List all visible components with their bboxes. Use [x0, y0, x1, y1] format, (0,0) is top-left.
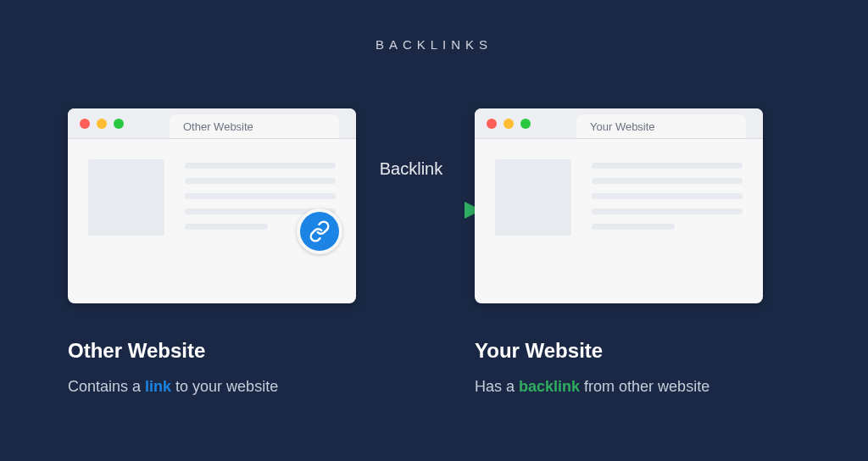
placeholder-line	[185, 163, 336, 169]
caption-pre: Contains a	[68, 378, 145, 395]
placeholder-line	[592, 208, 743, 214]
close-dot-icon	[80, 119, 90, 129]
window-chrome: Other Website	[68, 108, 356, 139]
caption-post: to your website	[171, 378, 278, 395]
maximize-dot-icon	[520, 119, 531, 129]
traffic-lights	[487, 119, 531, 129]
placeholder-line	[185, 224, 268, 230]
placeholder-line	[592, 178, 743, 184]
minimize-dot-icon	[97, 119, 107, 129]
caption-highlight: backlink	[519, 378, 580, 395]
placeholder-image	[88, 159, 164, 236]
page-body	[68, 139, 356, 256]
your-website-caption: Your Website Has a backlink from other w…	[475, 339, 814, 396]
placeholder-text-lines	[185, 159, 336, 230]
caption-pre: Has a	[475, 378, 519, 395]
caption-heading: Other Website	[68, 339, 407, 363]
placeholder-line	[592, 224, 675, 230]
link-icon	[297, 208, 342, 254]
your-website-browser-mock: Your Website	[475, 108, 763, 303]
traffic-lights	[80, 119, 124, 129]
other-website-caption: Other Website Contains a link to your we…	[68, 339, 407, 396]
placeholder-line	[592, 193, 743, 199]
browser-tab: Your Website	[576, 114, 746, 138]
placeholder-line	[592, 163, 743, 169]
diagram-title: BACKLINKS	[0, 37, 868, 52]
other-website-browser-mock: Other Website	[68, 108, 356, 303]
page-body	[475, 139, 763, 256]
browser-tab: Other Website	[170, 114, 339, 138]
window-chrome: Your Website	[475, 108, 763, 139]
placeholder-line	[185, 193, 336, 199]
caption-text: Contains a link to your website	[68, 378, 407, 396]
caption-heading: Your Website	[475, 339, 814, 363]
caption-highlight: link	[145, 378, 171, 395]
maximize-dot-icon	[114, 119, 124, 129]
backlink-arrow-icon	[348, 201, 483, 219]
caption-post: from other website	[580, 378, 709, 395]
placeholder-text-lines	[592, 159, 743, 230]
tab-label: Other Website	[183, 120, 253, 133]
close-dot-icon	[487, 119, 497, 129]
minimize-dot-icon	[504, 119, 514, 129]
caption-text: Has a backlink from other website	[475, 378, 814, 396]
arrow-label: Backlink	[360, 159, 462, 179]
placeholder-line	[185, 178, 336, 184]
placeholder-image	[495, 159, 571, 236]
tab-label: Your Website	[590, 120, 655, 133]
